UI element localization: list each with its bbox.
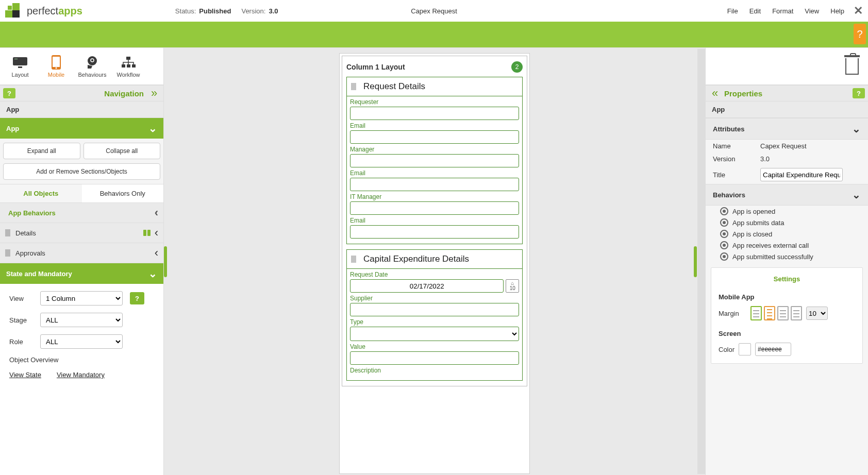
svg-rect-9 [122,64,125,67]
supplier-input[interactable] [350,303,519,316]
app-behaviors-label: App Behaviors [5,209,155,217]
margin-option-1[interactable] [750,306,762,320]
status-label: Status: [175,7,196,15]
right-rail-handle[interactable] [694,246,697,277]
reqdate-input[interactable] [350,279,504,293]
section-title: Request Details [363,81,425,92]
state-mandatory-header[interactable]: State and Mandatory [0,263,163,284]
columns-icon [143,230,152,236]
role-select[interactable]: ALL [40,334,123,349]
tool-mobile[interactable]: Mobile [38,48,74,84]
expand-props-icon[interactable] [709,87,721,99]
svg-rect-8 [126,57,130,60]
tool-behaviours[interactable]: Behaviours [74,48,110,84]
app-section-header[interactable]: App [0,118,163,139]
itmanager-input[interactable] [350,201,519,215]
approvals-row[interactable]: Approvals [0,243,163,263]
details-row[interactable]: Details [0,223,163,243]
behavior-item[interactable]: App receives external call [706,240,868,251]
monitor-icon [11,55,29,70]
stage-select[interactable]: ALL [40,313,123,327]
value-input[interactable] [350,351,519,365]
chevron-down-icon [148,268,157,279]
behavior-item[interactable]: App submits data [706,217,868,228]
view-state-link[interactable]: View State [9,371,41,379]
attributes-label: Attributes [713,125,744,133]
left-rail-handle[interactable] [164,246,167,277]
behavior-item[interactable]: App is closed [706,228,868,240]
tool-layout-label: Layout [11,72,28,78]
phone-icon [47,55,65,70]
svg-point-6 [88,56,97,65]
field-label-supplier: Supplier [350,295,519,302]
navigation-header: ? Navigation [0,85,163,101]
add-remove-sections-button[interactable]: Add or Remove Sections/Objects [3,163,160,180]
trash-icon[interactable] [845,58,859,75]
section-capex-details[interactable]: Capital Expenditure Details Request Date… [346,249,523,381]
view-help-button[interactable]: ? [130,292,144,304]
help-button[interactable]: ? [854,24,866,44]
color-label: Color [719,346,735,353]
close-icon[interactable]: ✕ [854,4,863,18]
attributes-header[interactable]: Attributes [706,118,868,140]
margin-select[interactable]: 10 [806,307,828,320]
svg-rect-4 [53,57,60,67]
tool-workflow[interactable]: Workflow [110,48,146,84]
behavior-item[interactable]: App submitted successfully [706,251,868,262]
attr-name-value: Capex Request [760,142,861,150]
app-title: Capex Request [411,7,457,15]
drag-handle-icon[interactable] [351,256,356,263]
behavior-item[interactable]: App is opened [706,206,868,217]
attr-title-input[interactable] [760,168,843,181]
details-label: Details [12,229,143,237]
chevron-down-icon [852,124,861,134]
margin-option-3[interactable] [777,306,789,320]
tool-layout[interactable]: Layout [2,48,38,84]
menu-help[interactable]: Help [830,7,844,15]
nav-help-button[interactable]: ? [3,88,15,98]
behavior-label: App receives external call [732,242,809,249]
view-select[interactable]: 1 Column [40,291,123,306]
drag-handle-icon [5,249,10,257]
color-swatch[interactable] [739,343,751,355]
margin-option-4[interactable] [791,306,802,320]
right-panel: Properties ? App Attributes NameCapex Re… [705,48,868,475]
itmanager-email-input[interactable] [350,225,519,239]
manager-email-input[interactable] [350,178,519,191]
canvas-scrollbar[interactable] [697,49,705,474]
layout-badge[interactable]: 2 [511,61,523,73]
menu-file[interactable]: File [727,7,738,15]
drag-handle-icon[interactable] [351,83,356,90]
tab-all-objects[interactable]: All Objects [0,184,82,202]
margin-option-2[interactable] [764,306,775,320]
tool-behaviours-label: Behaviours [78,72,106,78]
settings-title: Settings [719,275,855,283]
requester-input[interactable] [350,107,519,120]
tab-behaviors-only[interactable]: Behaviors Only [82,184,164,202]
collapse-all-button[interactable]: Collapse all [84,143,161,159]
behaviors-header[interactable]: Behaviors [706,184,868,206]
left-panel: Layout Mobile Behaviours Workflow ? Navi… [0,48,164,475]
section-request-details[interactable]: Request Details Requester Email Manager … [346,77,523,244]
email-input[interactable] [350,130,519,144]
menu-edit[interactable]: Edit [749,7,761,15]
field-label-email: Email [350,122,519,129]
behavior-label: App submitted successfully [732,253,813,261]
breadcrumb-app: App [0,101,163,118]
mobile-app-label: Mobile App [719,293,855,301]
calendar-icon[interactable]: ⌂10 [506,279,519,293]
canvas-title: Column 1 Layout [346,63,511,71]
app-behaviors-row[interactable]: App Behaviors [0,203,163,223]
manager-input[interactable] [350,154,519,167]
gear-icon [720,241,728,249]
menu-format[interactable]: Format [772,7,793,15]
menu-view[interactable]: View [805,7,819,15]
svg-rect-11 [132,64,136,67]
color-input[interactable] [755,343,791,356]
type-select[interactable] [350,327,519,341]
props-help-button[interactable]: ? [853,88,865,98]
drag-handle-icon [5,229,10,236]
expand-all-button[interactable]: Expand all [3,143,80,159]
collapse-nav-icon[interactable] [148,87,160,99]
view-mandatory-link[interactable]: View Mandatory [57,371,105,379]
